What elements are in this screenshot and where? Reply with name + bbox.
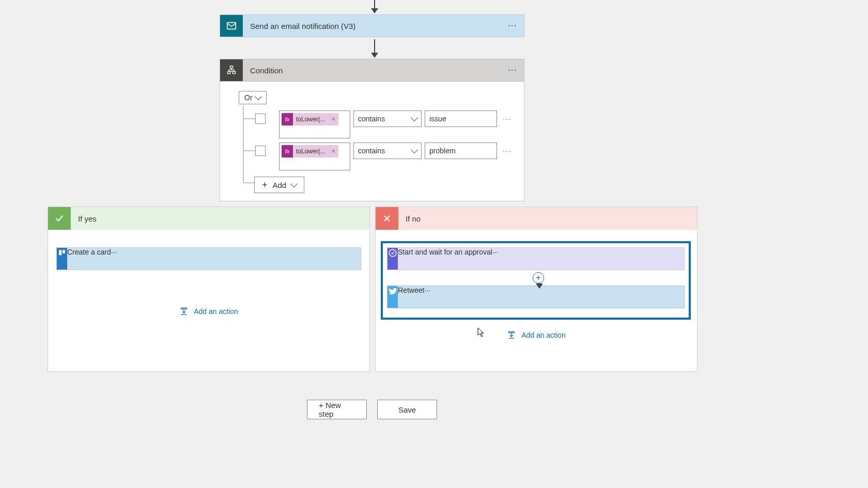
- action-create-card[interactable]: Create a card ···: [56, 247, 361, 270]
- row-checkbox[interactable]: [255, 146, 266, 156]
- plus-icon: +: [262, 180, 268, 190]
- svg-rect-6: [63, 250, 65, 254]
- action-menu[interactable]: ···: [111, 248, 117, 270]
- add-action-button[interactable]: Add an action: [48, 301, 369, 322]
- expression-token[interactable]: fx toLower(... ×: [282, 113, 338, 125]
- row-checkbox[interactable]: [255, 114, 266, 124]
- group-operator-select[interactable]: Or: [239, 91, 267, 104]
- branch-title: If no: [398, 214, 428, 223]
- condition-left-value[interactable]: fx toLower(... ×: [279, 111, 350, 138]
- svg-rect-9: [509, 332, 515, 333]
- add-action-button[interactable]: Add an action: [376, 325, 697, 345]
- fx-icon: fx: [282, 145, 293, 158]
- action-start-approval[interactable]: Start and wait for an approval ···: [387, 247, 685, 270]
- condition-row: fx toLower(... × contains issue ···: [255, 111, 515, 138]
- action-title: Start and wait for an approval: [398, 248, 492, 270]
- step-condition[interactable]: Condition ···: [220, 59, 524, 82]
- expression-token[interactable]: fx toLower(... ×: [282, 145, 338, 158]
- group-operator-label: Or: [244, 93, 253, 102]
- svg-rect-3: [233, 72, 236, 74]
- chevron-down-icon: [411, 146, 418, 153]
- row-menu[interactable]: ···: [500, 143, 515, 159]
- svg-rect-2: [228, 72, 230, 74]
- chevron-down-icon: [411, 114, 418, 121]
- step-menu[interactable]: ···: [501, 15, 524, 37]
- condition-body: Or fx toLower(... × contains: [220, 82, 524, 201]
- condition-right-value[interactable]: problem: [425, 143, 497, 159]
- svg-rect-5: [59, 250, 61, 255]
- step-menu[interactable]: ···: [501, 59, 524, 81]
- add-condition-button[interactable]: + Add: [254, 177, 304, 193]
- token-remove[interactable]: ×: [329, 148, 338, 155]
- check-icon: [48, 207, 71, 230]
- branch-if-yes: If yes Create a card ··· Add an action: [48, 207, 370, 372]
- fx-icon: fx: [282, 113, 293, 125]
- insert-step-button[interactable]: +: [533, 272, 544, 284]
- operator-select[interactable]: contains: [353, 143, 422, 159]
- branch-title: If yes: [71, 214, 104, 223]
- operator-select[interactable]: contains: [353, 111, 422, 127]
- action-title: Retweet: [398, 286, 424, 308]
- mail-icon: [220, 15, 243, 37]
- token-remove[interactable]: ×: [329, 116, 338, 123]
- save-button[interactable]: Save: [377, 400, 437, 419]
- step-title: Condition: [243, 59, 501, 81]
- condition-row: fx toLower(... × contains problem ···: [255, 143, 515, 170]
- new-step-button[interactable]: + New step: [307, 400, 367, 419]
- approval-icon: [388, 248, 398, 270]
- condition-left-value[interactable]: fx toLower(... ×: [279, 143, 350, 170]
- selected-actions-group: Start and wait for an approval ··· + Ret…: [381, 241, 691, 320]
- mouse-cursor: [477, 327, 485, 338]
- insert-icon: [507, 330, 516, 340]
- svg-rect-7: [181, 308, 187, 309]
- condition-right-value[interactable]: issue: [425, 111, 497, 127]
- step-title: Send an email notification (V3): [243, 15, 501, 37]
- trello-icon: [57, 248, 67, 270]
- action-title: Create a card: [67, 248, 111, 270]
- row-menu[interactable]: ···: [500, 111, 515, 127]
- action-menu[interactable]: ···: [424, 286, 430, 308]
- branch-if-no: If no Start and wait for an approval ···…: [375, 207, 698, 372]
- twitter-icon: [388, 286, 398, 308]
- chevron-down-icon: [290, 180, 298, 187]
- svg-rect-1: [230, 66, 233, 68]
- close-icon: [376, 207, 398, 230]
- action-retweet[interactable]: Retweet ···: [387, 286, 685, 308]
- action-menu[interactable]: ···: [492, 248, 499, 270]
- insert-icon: [179, 307, 189, 316]
- condition-icon: [220, 59, 243, 81]
- chevron-down-icon: [254, 93, 261, 100]
- step-send-email[interactable]: Send an email notification (V3) ···: [220, 14, 524, 37]
